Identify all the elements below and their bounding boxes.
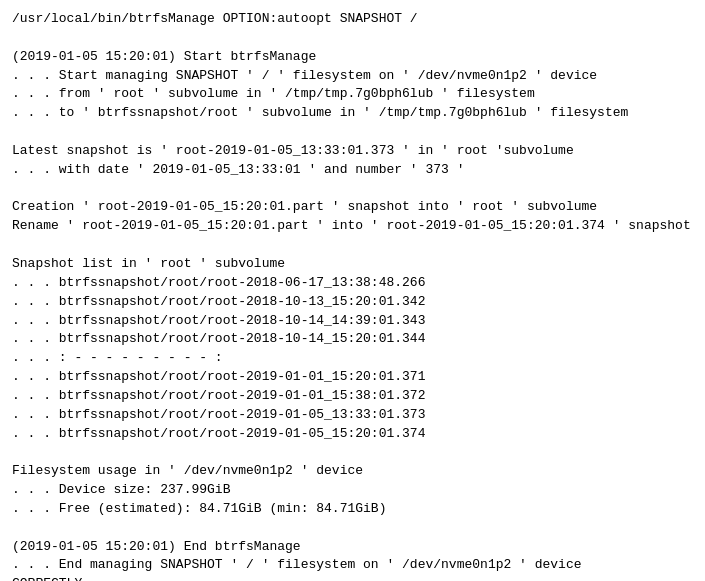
terminal-output: /usr/local/bin/btrfsManage OPTION:autoop…: [12, 10, 693, 581]
